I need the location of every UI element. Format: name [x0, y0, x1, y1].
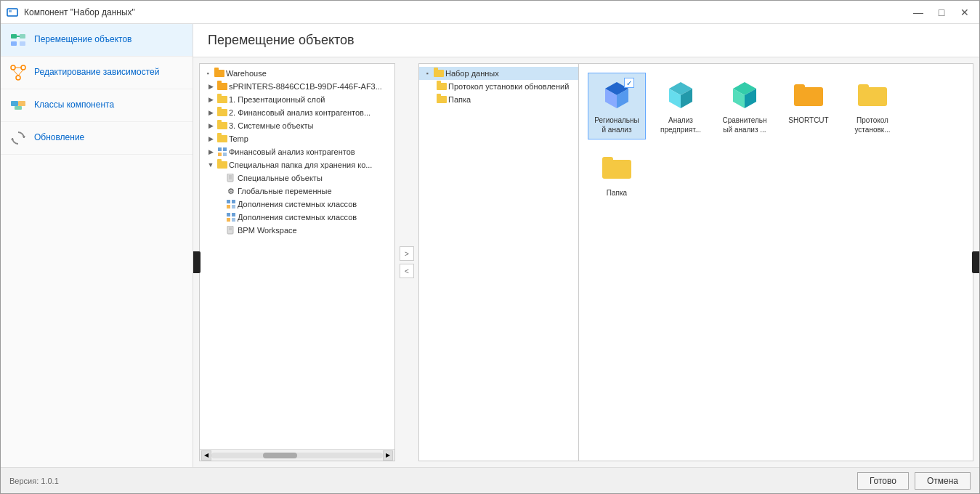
- tree-item-sys-classes1[interactable]: Дополнения системных классов: [200, 198, 394, 211]
- tree-item-special-obj[interactable]: Специальные объекты: [200, 171, 394, 185]
- svg-rect-30: [232, 213, 235, 216]
- sidebar-item-move-objects[interactable]: Перемещение объектов: [1, 24, 193, 57]
- layer1-folder-icon: [217, 96, 227, 103]
- panels-container: ▪ Warehouse ▶ sPRINTERS-8846CC1B-99DF-44…: [193, 57, 979, 467]
- page-title: Перемещение объектов: [193, 24, 979, 57]
- sys-obj-folder-icon: [217, 122, 227, 129]
- svg-rect-14: [15, 106, 22, 110]
- tree-root-warehouse[interactable]: ▪ Warehouse: [200, 67, 394, 80]
- svg-rect-33: [227, 226, 233, 234]
- done-button[interactable]: Готово: [857, 472, 909, 490]
- svg-rect-27: [227, 205, 230, 208]
- footer-buttons: Готово Отмена: [857, 472, 971, 490]
- svg-rect-19: [218, 153, 222, 156]
- tree-item-special-store[interactable]: ▼ Специальная папка для хранения ко...: [200, 158, 394, 171]
- sys-classes2-label: Дополнения системных классов: [238, 213, 357, 222]
- checkmark-badge: ✓: [624, 78, 634, 88]
- special-obj-label: Специальные объекты: [238, 174, 323, 182]
- tree-item-bpm[interactable]: BPM Workspace: [200, 224, 394, 237]
- footer: Версия: 1.0.1 Готово Отмена: [1, 467, 979, 493]
- content-panel: ▪ Набор данных Протокол установки обновл…: [418, 63, 973, 461]
- nav-right-button[interactable]: >: [400, 246, 414, 261]
- title-bar-controls: — □ ✕: [910, 4, 973, 21]
- icon-shortcut[interactable]: SHORTCUT: [779, 73, 838, 139]
- proto-update-expander: [425, 81, 435, 92]
- sidebar-item-update[interactable]: Обновление: [1, 122, 193, 155]
- enterprise-visual: [663, 78, 698, 113]
- sys-classes1-grid-icon: [226, 199, 236, 209]
- svg-rect-2: [11, 34, 17, 39]
- special-obj-expander: [214, 173, 224, 183]
- fin-anal-folder-icon: [217, 109, 227, 116]
- icon-compare[interactable]: Сравнительный анализ ...: [716, 73, 774, 139]
- content-area: Перемещение объектов Редактирование зави…: [1, 24, 979, 467]
- printers-label: sPRINTERS-8846CC1B-99DF-446F-AF3...: [229, 82, 382, 91]
- middle-tree-root[interactable]: ▪ Набор данных: [419, 67, 578, 80]
- maximize-button[interactable]: □: [933, 4, 950, 21]
- svg-rect-25: [227, 200, 230, 203]
- sys-obj-label: 3. Системные объекты: [229, 121, 314, 130]
- cancel-button[interactable]: Отмена: [915, 472, 971, 490]
- tree-item-sys-classes2[interactable]: Дополнения системных классов: [200, 211, 394, 224]
- svg-point-6: [11, 65, 15, 70]
- proto-visual: [855, 78, 890, 113]
- shortcut-visual: [791, 78, 826, 113]
- icon-enterprise[interactable]: Анализ предприят...: [652, 73, 710, 139]
- minimize-button[interactable]: —: [910, 4, 927, 21]
- special-store-expander[interactable]: ▼: [206, 160, 216, 170]
- scrollbar-track[interactable]: [211, 453, 383, 458]
- svg-rect-29: [227, 213, 230, 216]
- middle-tree-proto-update[interactable]: Протокол установки обновлений: [419, 80, 578, 93]
- tree-item-sys-obj[interactable]: ▶ 3. Системные объекты: [200, 119, 394, 132]
- icon-regional[interactable]: ✓ Региональный анализ: [588, 73, 646, 139]
- middle-root-expander[interactable]: ▪: [422, 68, 432, 78]
- middle-tree-folder[interactable]: Папка: [419, 93, 578, 106]
- nav-left-button[interactable]: <: [400, 264, 414, 278]
- folder-expander: [425, 94, 435, 105]
- left-tree-scrollbar[interactable]: ◀ ▶: [200, 449, 394, 461]
- svg-rect-1: [9, 10, 12, 12]
- printers-expander[interactable]: ▶: [206, 81, 216, 92]
- icon-folder2[interactable]: Папка: [588, 145, 646, 203]
- sidebar-classes-label: Классы компонента: [34, 100, 114, 111]
- scrollbar-thumb[interactable]: [263, 453, 297, 458]
- enterprise-label: Анализ предприят...: [657, 116, 705, 134]
- tree-item-temp[interactable]: ▶ Temp: [200, 132, 394, 145]
- left-tree-scroll[interactable]: ▪ Warehouse ▶ sPRINTERS-8846CC1B-99DF-44…: [200, 64, 394, 449]
- global-vars-label: Глобальные переменные: [238, 187, 332, 195]
- tree-item-global-vars[interactable]: ⚙ Глобальные переменные: [200, 185, 394, 198]
- scroll-left-arrow[interactable]: ◀: [201, 450, 211, 461]
- bpm-expander: [214, 225, 224, 235]
- fin-anal-label: 2. Финансовый анализ контрагентов...: [229, 108, 370, 117]
- special-store-folder-icon: [217, 161, 227, 169]
- layer1-expander[interactable]: ▶: [206, 94, 216, 105]
- tree-item-printers[interactable]: ▶ sPRINTERS-8846CC1B-99DF-446F-AF3...: [200, 80, 394, 93]
- svg-rect-28: [232, 205, 235, 208]
- fin-anal2-expander[interactable]: ▶: [206, 147, 216, 157]
- sidebar-deps-label: Редактирование зависимостей: [34, 67, 159, 78]
- svg-rect-20: [223, 153, 227, 156]
- sys-obj-expander[interactable]: ▶: [206, 121, 216, 131]
- tree-item-fin-anal2[interactable]: ▶ Финансовый анализ контрагентов: [200, 145, 394, 158]
- global-vars-gear-icon: ⚙: [226, 186, 236, 196]
- svg-rect-5: [20, 41, 25, 46]
- tree-item-layer1[interactable]: ▶ 1. Презентационный слой: [200, 93, 394, 106]
- middle-tree-panel[interactable]: ▪ Набор данных Протокол установки обновл…: [419, 64, 579, 461]
- update-icon: [9, 129, 27, 147]
- svg-rect-26: [232, 200, 235, 203]
- sidebar-item-classes[interactable]: Классы компонента: [1, 89, 193, 122]
- temp-expander[interactable]: ▶: [206, 134, 216, 144]
- sidebar: Перемещение объектов Редактирование зави…: [1, 24, 193, 467]
- sidebar-item-edit-deps[interactable]: Редактирование зависимостей: [1, 57, 193, 89]
- sys-classes1-expander: [214, 199, 224, 209]
- tree-item-fin-anal[interactable]: ▶ 2. Финансовый анализ контрагентов...: [200, 106, 394, 119]
- root-expander[interactable]: ▪: [203, 68, 213, 78]
- close-button[interactable]: ✕: [956, 4, 973, 21]
- middle-root-label: Набор данных: [445, 69, 499, 78]
- icon-proto[interactable]: Протокол установк...: [843, 73, 902, 139]
- svg-rect-18: [223, 147, 227, 151]
- sys-classes1-label: Дополнения системных классов: [238, 200, 357, 208]
- scroll-right-arrow[interactable]: ▶: [383, 450, 393, 461]
- fin-anal-expander[interactable]: ▶: [206, 108, 216, 118]
- printers-folder-icon: [217, 83, 227, 90]
